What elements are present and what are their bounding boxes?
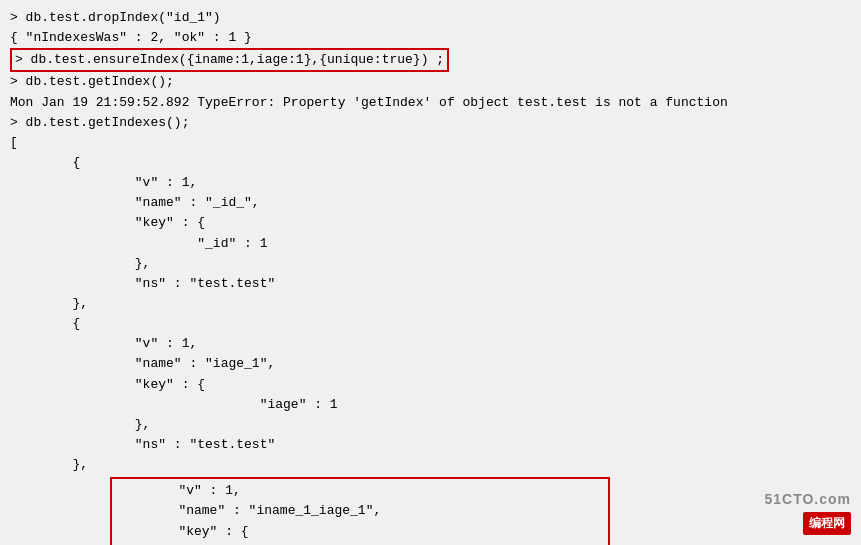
line-5: > db.test.getIndexes();	[10, 115, 189, 130]
line-20: },	[10, 417, 150, 432]
of-object-text: of object	[439, 95, 509, 110]
line-8: "v" : 1,	[10, 175, 197, 190]
line-17: "name" : "iage_1",	[10, 356, 275, 371]
watermark-badge: 编程网	[803, 512, 851, 535]
line-22: },	[10, 457, 88, 472]
line-12: },	[10, 256, 150, 271]
line-4: > db.test.getIndex();	[10, 74, 174, 89]
iname-index-highlight: "v" : 1, "name" : "iname_1_iage_1", "key…	[110, 477, 610, 545]
ensureindex-highlight: > db.test.ensureIndex({iname:1,iage:1},{…	[10, 48, 449, 72]
line-13: "ns" : "test.test"	[10, 276, 275, 291]
highlighted-content: "v" : 1, "name" : "iname_1_iage_1", "key…	[116, 481, 604, 545]
line-15: {	[10, 316, 80, 331]
line-1: > db.test.dropIndex("id_1")	[10, 10, 221, 25]
highlighted-block-container: "v" : 1, "name" : "iname_1_iage_1", "key…	[10, 477, 851, 545]
line-19: "iage" : 1	[10, 397, 338, 412]
line-6: [	[10, 135, 18, 150]
line-2: { "nIndexesWas" : 2, "ok" : 1 }	[10, 30, 252, 45]
line-10: "key" : {	[10, 215, 205, 230]
error-line: Mon Jan 19 21:59:52.892 TypeError: Prope…	[10, 95, 728, 110]
line-11: "_id" : 1	[10, 236, 267, 251]
line-21: "ns" : "test.test"	[10, 437, 275, 452]
line-3-container: > db.test.ensureIndex({iname:1,iage:1},{…	[10, 52, 449, 67]
watermark-site: 51CTO.com	[764, 489, 851, 511]
terminal-content: > db.test.dropIndex("id_1") { "nIndexesW…	[10, 8, 851, 475]
line-18: "key" : {	[10, 377, 205, 392]
line-9: "name" : "_id_",	[10, 195, 260, 210]
line-14: },	[10, 296, 88, 311]
terminal-window: > db.test.dropIndex("id_1") { "nIndexesW…	[0, 0, 861, 545]
line-16: "v" : 1,	[10, 336, 197, 351]
line-7: {	[10, 155, 80, 170]
watermark-container: 51CTO.com 编程网	[764, 489, 851, 535]
